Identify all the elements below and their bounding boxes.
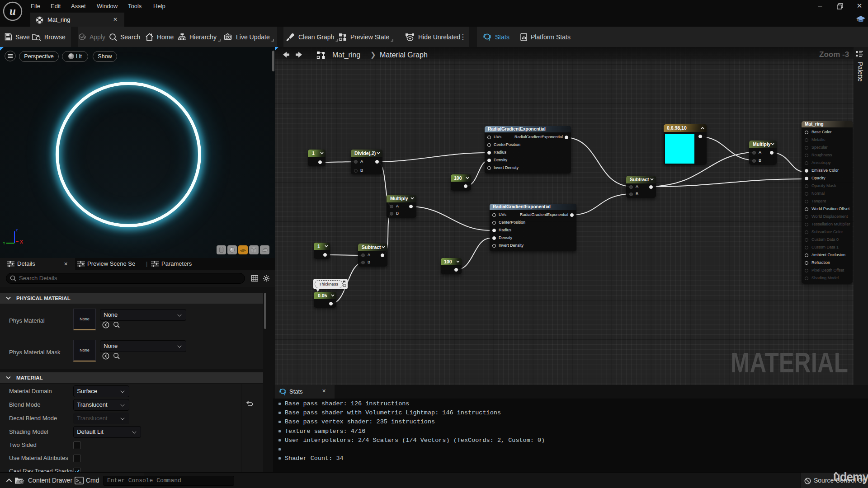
svg-text:X: X <box>20 239 23 244</box>
svg-text:Y: Y <box>3 241 5 245</box>
svg-text:u: u <box>9 5 16 17</box>
svg-text:z: z <box>16 228 18 232</box>
svg-text:i: i <box>489 37 490 42</box>
